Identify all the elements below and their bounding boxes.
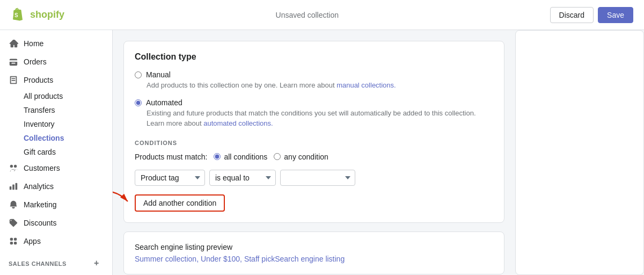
sidebar-item-orders-label: Orders xyxy=(24,57,47,66)
page-title: Unsaved collection xyxy=(276,11,339,19)
automated-radio-label[interactable]: Automated xyxy=(135,98,493,107)
any-condition-label[interactable]: any condition xyxy=(274,153,328,161)
manual-radio-label[interactable]: Manual xyxy=(135,70,493,79)
automated-desc: Existing and future products that match … xyxy=(147,108,493,129)
sidebar-item-products[interactable]: Products xyxy=(0,71,112,89)
topbar: S shopify Unsaved collection Discard Sav… xyxy=(0,0,644,30)
home-icon xyxy=(9,39,18,48)
sidebar-item-home[interactable]: Home xyxy=(0,34,112,53)
condition-value-select[interactable] xyxy=(280,170,355,186)
sales-channels-section: SALES CHANNELS + xyxy=(0,250,112,271)
sidebar-item-home-label: Home xyxy=(24,39,43,48)
seo-preview-link[interactable]: Summer collection, Under $100, Staff pic… xyxy=(135,255,345,263)
discard-button[interactable]: Discard xyxy=(550,7,594,23)
sidebar-subitem-transfers[interactable]: Transfers xyxy=(0,103,112,117)
all-conditions-label[interactable]: all conditions xyxy=(214,153,267,161)
sidebar-item-apps[interactable]: Apps xyxy=(0,232,112,250)
discounts-icon xyxy=(9,218,18,228)
manual-collections-link[interactable]: manual collections. xyxy=(336,81,396,89)
manual-radio[interactable] xyxy=(135,71,142,78)
automated-radio[interactable] xyxy=(135,99,142,106)
manual-radio-group: Manual Add products to this collection o… xyxy=(135,70,493,91)
seo-preview-card: Search engine listing preview Summer col… xyxy=(123,231,504,274)
orders-icon xyxy=(9,57,18,67)
condition-field-select[interactable]: Product tag Product title Product type P… xyxy=(135,170,205,186)
logo-text: shopify xyxy=(30,9,64,20)
save-button[interactable]: Save xyxy=(598,7,633,23)
seo-preview-title: Search engine listing preview xyxy=(135,243,493,251)
topbar-actions: Discard Save xyxy=(550,7,633,23)
automated-label: Automated xyxy=(146,98,182,107)
sidebar-subitem-gift-cards[interactable]: Gift cards xyxy=(0,145,112,159)
products-must-match-label: Products must match: xyxy=(135,153,207,161)
right-card xyxy=(515,30,644,275)
sidebar-subitem-inventory[interactable]: Inventory xyxy=(0,117,112,131)
red-arrow-annotation xyxy=(113,186,132,213)
conditions-match-row: Products must match: all conditions any … xyxy=(135,153,493,161)
analytics-icon xyxy=(9,182,18,191)
shopify-logo-icon: S xyxy=(11,8,26,23)
automated-radio-group: Automated Existing and future products t… xyxy=(135,98,493,129)
sidebar-item-customers[interactable]: Customers xyxy=(0,159,112,177)
sidebar-item-orders[interactable]: Orders xyxy=(0,53,112,71)
right-panel xyxy=(515,30,644,275)
sales-channels-label: SALES CHANNELS xyxy=(9,260,67,267)
conditions-section: CONDITIONS Products must match: all cond… xyxy=(135,140,493,212)
marketing-icon xyxy=(9,200,18,209)
add-condition-button[interactable]: Add another condition xyxy=(135,194,225,212)
layout: Home Orders Products All products Transf… xyxy=(0,30,644,275)
customers-icon xyxy=(9,163,18,173)
add-condition-container: Add another condition xyxy=(135,194,225,212)
automated-collections-link[interactable]: automated collections. xyxy=(203,119,273,127)
any-condition-radio[interactable] xyxy=(274,153,281,160)
sidebar-item-analytics-label: Analytics xyxy=(24,182,54,191)
sidebar-subitem-collections[interactable]: Collections xyxy=(0,131,112,145)
sidebar-item-analytics[interactable]: Analytics xyxy=(0,177,112,196)
sidebar: Home Orders Products All products Transf… xyxy=(0,30,113,275)
manual-desc: Add products to this collection one by o… xyxy=(147,80,493,91)
svg-text:S: S xyxy=(14,12,18,18)
condition-operator-select[interactable]: is equal to is not equal to starts with … xyxy=(209,170,276,186)
collection-type-title: Collection type xyxy=(135,52,493,62)
sidebar-item-customers-label: Customers xyxy=(24,164,60,172)
add-sales-channel-button[interactable]: + xyxy=(94,259,104,269)
sidebar-item-discounts-label: Discounts xyxy=(24,219,56,227)
sidebar-subitem-all-products[interactable]: All products xyxy=(0,89,112,103)
sidebar-item-products-label: Products xyxy=(24,76,53,84)
all-conditions-radio[interactable] xyxy=(214,153,221,160)
apps-icon xyxy=(9,236,18,246)
main-content: Collection type Manual Add products to t… xyxy=(113,30,515,275)
condition-row: Product tag Product title Product type P… xyxy=(135,170,493,186)
sidebar-item-apps-label: Apps xyxy=(24,237,41,245)
collection-type-card: Collection type Manual Add products to t… xyxy=(123,41,504,223)
products-icon xyxy=(9,75,18,85)
logo: S shopify xyxy=(11,8,64,23)
sidebar-item-marketing-label: Marketing xyxy=(24,200,56,209)
manual-label: Manual xyxy=(146,70,171,79)
sidebar-item-online-store[interactable]: Online Store xyxy=(0,271,112,275)
conditions-label: CONDITIONS xyxy=(135,140,493,146)
sidebar-item-marketing[interactable]: Marketing xyxy=(0,196,112,214)
sidebar-item-discounts[interactable]: Discounts xyxy=(0,214,112,232)
